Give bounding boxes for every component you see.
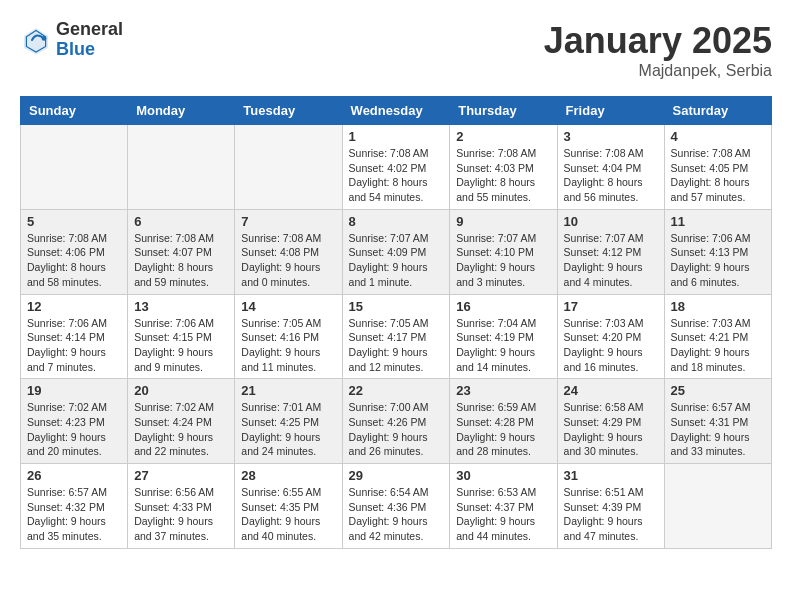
day-info: Sunrise: 7:08 AM Sunset: 4:07 PM Dayligh… <box>134 231 228 290</box>
day-info: Sunrise: 7:00 AM Sunset: 4:26 PM Dayligh… <box>349 400 444 459</box>
day-number: 2 <box>456 129 550 144</box>
calendar-cell: 23Sunrise: 6:59 AM Sunset: 4:28 PM Dayli… <box>450 379 557 464</box>
calendar-cell: 8Sunrise: 7:07 AM Sunset: 4:09 PM Daylig… <box>342 209 450 294</box>
day-info: Sunrise: 7:06 AM Sunset: 4:13 PM Dayligh… <box>671 231 765 290</box>
weekday-header-row: SundayMondayTuesdayWednesdayThursdayFrid… <box>21 97 772 125</box>
day-info: Sunrise: 7:08 AM Sunset: 4:06 PM Dayligh… <box>27 231 121 290</box>
day-number: 4 <box>671 129 765 144</box>
day-info: Sunrise: 7:07 AM Sunset: 4:10 PM Dayligh… <box>456 231 550 290</box>
logo-general-text: General <box>56 20 123 40</box>
day-info: Sunrise: 6:57 AM Sunset: 4:31 PM Dayligh… <box>671 400 765 459</box>
day-info: Sunrise: 7:02 AM Sunset: 4:24 PM Dayligh… <box>134 400 228 459</box>
day-info: Sunrise: 6:53 AM Sunset: 4:37 PM Dayligh… <box>456 485 550 544</box>
calendar-cell: 26Sunrise: 6:57 AM Sunset: 4:32 PM Dayli… <box>21 464 128 549</box>
day-number: 10 <box>564 214 658 229</box>
day-info: Sunrise: 6:54 AM Sunset: 4:36 PM Dayligh… <box>349 485 444 544</box>
day-info: Sunrise: 6:59 AM Sunset: 4:28 PM Dayligh… <box>456 400 550 459</box>
calendar-cell <box>21 125 128 210</box>
day-info: Sunrise: 7:07 AM Sunset: 4:09 PM Dayligh… <box>349 231 444 290</box>
day-number: 12 <box>27 299 121 314</box>
day-info: Sunrise: 6:55 AM Sunset: 4:35 PM Dayligh… <box>241 485 335 544</box>
day-number: 24 <box>564 383 658 398</box>
calendar-cell: 7Sunrise: 7:08 AM Sunset: 4:08 PM Daylig… <box>235 209 342 294</box>
day-number: 9 <box>456 214 550 229</box>
weekday-header-monday: Monday <box>128 97 235 125</box>
weekday-header-thursday: Thursday <box>450 97 557 125</box>
calendar-cell: 30Sunrise: 6:53 AM Sunset: 4:37 PM Dayli… <box>450 464 557 549</box>
week-row-5: 26Sunrise: 6:57 AM Sunset: 4:32 PM Dayli… <box>21 464 772 549</box>
calendar-table: SundayMondayTuesdayWednesdayThursdayFrid… <box>20 96 772 549</box>
calendar-cell: 2Sunrise: 7:08 AM Sunset: 4:03 PM Daylig… <box>450 125 557 210</box>
week-row-3: 12Sunrise: 7:06 AM Sunset: 4:14 PM Dayli… <box>21 294 772 379</box>
calendar-cell <box>235 125 342 210</box>
calendar-cell: 27Sunrise: 6:56 AM Sunset: 4:33 PM Dayli… <box>128 464 235 549</box>
calendar-cell: 15Sunrise: 7:05 AM Sunset: 4:17 PM Dayli… <box>342 294 450 379</box>
day-number: 29 <box>349 468 444 483</box>
svg-marker-0 <box>24 28 48 54</box>
day-number: 26 <box>27 468 121 483</box>
day-info: Sunrise: 6:57 AM Sunset: 4:32 PM Dayligh… <box>27 485 121 544</box>
day-number: 16 <box>456 299 550 314</box>
day-info: Sunrise: 7:06 AM Sunset: 4:14 PM Dayligh… <box>27 316 121 375</box>
day-number: 20 <box>134 383 228 398</box>
logo-icon <box>20 24 52 56</box>
logo: General Blue <box>20 20 123 60</box>
day-number: 19 <box>27 383 121 398</box>
calendar-cell: 29Sunrise: 6:54 AM Sunset: 4:36 PM Dayli… <box>342 464 450 549</box>
day-number: 13 <box>134 299 228 314</box>
day-info: Sunrise: 7:08 AM Sunset: 4:05 PM Dayligh… <box>671 146 765 205</box>
calendar-cell: 16Sunrise: 7:04 AM Sunset: 4:19 PM Dayli… <box>450 294 557 379</box>
weekday-header-sunday: Sunday <box>21 97 128 125</box>
day-info: Sunrise: 7:03 AM Sunset: 4:20 PM Dayligh… <box>564 316 658 375</box>
day-info: Sunrise: 7:07 AM Sunset: 4:12 PM Dayligh… <box>564 231 658 290</box>
calendar-cell: 17Sunrise: 7:03 AM Sunset: 4:20 PM Dayli… <box>557 294 664 379</box>
calendar-cell: 10Sunrise: 7:07 AM Sunset: 4:12 PM Dayli… <box>557 209 664 294</box>
day-info: Sunrise: 6:51 AM Sunset: 4:39 PM Dayligh… <box>564 485 658 544</box>
day-number: 18 <box>671 299 765 314</box>
calendar-cell: 12Sunrise: 7:06 AM Sunset: 4:14 PM Dayli… <box>21 294 128 379</box>
day-number: 30 <box>456 468 550 483</box>
calendar-cell: 21Sunrise: 7:01 AM Sunset: 4:25 PM Dayli… <box>235 379 342 464</box>
day-info: Sunrise: 7:04 AM Sunset: 4:19 PM Dayligh… <box>456 316 550 375</box>
calendar-cell: 13Sunrise: 7:06 AM Sunset: 4:15 PM Dayli… <box>128 294 235 379</box>
week-row-2: 5Sunrise: 7:08 AM Sunset: 4:06 PM Daylig… <box>21 209 772 294</box>
day-info: Sunrise: 7:08 AM Sunset: 4:08 PM Dayligh… <box>241 231 335 290</box>
calendar-cell: 3Sunrise: 7:08 AM Sunset: 4:04 PM Daylig… <box>557 125 664 210</box>
weekday-header-saturday: Saturday <box>664 97 771 125</box>
day-number: 22 <box>349 383 444 398</box>
calendar-cell: 24Sunrise: 6:58 AM Sunset: 4:29 PM Dayli… <box>557 379 664 464</box>
calendar-cell: 6Sunrise: 7:08 AM Sunset: 4:07 PM Daylig… <box>128 209 235 294</box>
page-header: General Blue January 2025 Majdanpek, Ser… <box>20 20 772 80</box>
calendar-cell: 28Sunrise: 6:55 AM Sunset: 4:35 PM Dayli… <box>235 464 342 549</box>
calendar-cell: 14Sunrise: 7:05 AM Sunset: 4:16 PM Dayli… <box>235 294 342 379</box>
day-number: 17 <box>564 299 658 314</box>
day-number: 28 <box>241 468 335 483</box>
calendar-cell <box>664 464 771 549</box>
calendar-cell: 31Sunrise: 6:51 AM Sunset: 4:39 PM Dayli… <box>557 464 664 549</box>
day-info: Sunrise: 7:02 AM Sunset: 4:23 PM Dayligh… <box>27 400 121 459</box>
calendar-cell: 9Sunrise: 7:07 AM Sunset: 4:10 PM Daylig… <box>450 209 557 294</box>
day-number: 3 <box>564 129 658 144</box>
day-number: 31 <box>564 468 658 483</box>
day-number: 23 <box>456 383 550 398</box>
day-number: 27 <box>134 468 228 483</box>
day-info: Sunrise: 7:03 AM Sunset: 4:21 PM Dayligh… <box>671 316 765 375</box>
day-number: 8 <box>349 214 444 229</box>
day-info: Sunrise: 7:06 AM Sunset: 4:15 PM Dayligh… <box>134 316 228 375</box>
calendar-cell: 25Sunrise: 6:57 AM Sunset: 4:31 PM Dayli… <box>664 379 771 464</box>
day-number: 15 <box>349 299 444 314</box>
weekday-header-wednesday: Wednesday <box>342 97 450 125</box>
calendar-title: January 2025 <box>544 20 772 62</box>
calendar-cell: 11Sunrise: 7:06 AM Sunset: 4:13 PM Dayli… <box>664 209 771 294</box>
calendar-cell: 5Sunrise: 7:08 AM Sunset: 4:06 PM Daylig… <box>21 209 128 294</box>
calendar-cell: 20Sunrise: 7:02 AM Sunset: 4:24 PM Dayli… <box>128 379 235 464</box>
day-info: Sunrise: 7:08 AM Sunset: 4:02 PM Dayligh… <box>349 146 444 205</box>
calendar-subtitle: Majdanpek, Serbia <box>544 62 772 80</box>
day-info: Sunrise: 6:58 AM Sunset: 4:29 PM Dayligh… <box>564 400 658 459</box>
week-row-1: 1Sunrise: 7:08 AM Sunset: 4:02 PM Daylig… <box>21 125 772 210</box>
week-row-4: 19Sunrise: 7:02 AM Sunset: 4:23 PM Dayli… <box>21 379 772 464</box>
calendar-cell: 1Sunrise: 7:08 AM Sunset: 4:02 PM Daylig… <box>342 125 450 210</box>
day-number: 21 <box>241 383 335 398</box>
calendar-cell: 18Sunrise: 7:03 AM Sunset: 4:21 PM Dayli… <box>664 294 771 379</box>
logo-text: General Blue <box>56 20 123 60</box>
